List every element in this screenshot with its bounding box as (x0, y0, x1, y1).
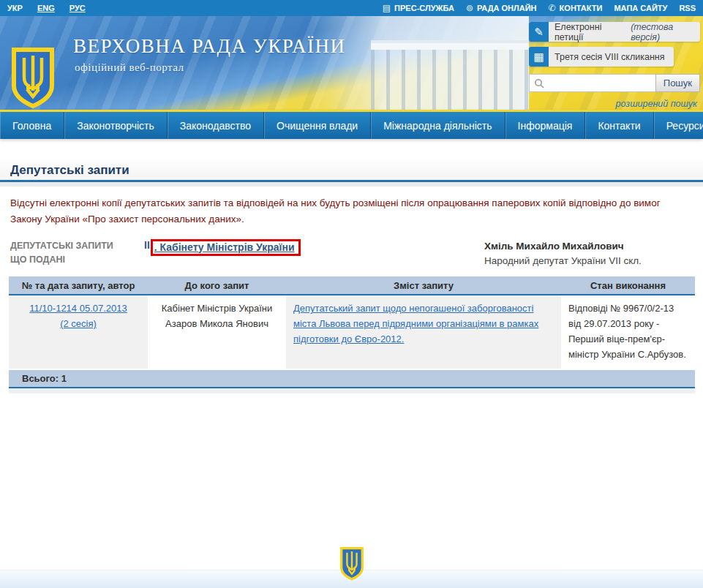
site-subtitle: офіційний веб-портал (75, 61, 184, 74)
addressee-filter-link[interactable]: . Кабінету Міністрів України (154, 241, 295, 253)
nav-lawmaking[interactable]: Законотворчість (64, 112, 167, 139)
request-content-link[interactable]: Депутатський запит щодо непогашеної забо… (293, 303, 538, 344)
requests-table: № та дата запиту, автор До кого запит Зм… (9, 276, 695, 393)
deputy-role: Народний депутат України VII скл. (484, 254, 693, 269)
calendar-icon: ▦ (529, 47, 549, 67)
addressee-filter: ІІ. Кабінету Міністрів України (144, 239, 301, 256)
table-total-row: Всього: 1 (9, 370, 695, 388)
table-row: 11/10-1214 05.07.2013 (2 сесія) Кабінет … (9, 295, 695, 368)
pencil-icon: ✎ (529, 22, 549, 42)
top-links: ▤ ПРЕС-СЛУЖБА ⊚ РАДА ОНЛАЙН ✆ КОНТАКТИ М… (383, 3, 696, 13)
site-header: ВЕРХОВНА РАДА УКРАЇНИ офіційний веб-порт… (0, 16, 703, 110)
nav-resources[interactable]: Ресурси (653, 112, 703, 139)
nav-information[interactable]: Інформація (505, 112, 585, 139)
broadcast-icon: ⊚ (466, 3, 473, 13)
nav-home[interactable]: Головна (0, 112, 64, 139)
top-bar: УКР ENG РУС ▤ ПРЕС-СЛУЖБА ⊚ РАДА ОНЛАЙН … (0, 0, 703, 16)
nav-legislation[interactable]: Законодавство (167, 112, 263, 139)
cell-addressee: Кабінет Міністрів України Азаров Микола … (148, 295, 286, 368)
col-addressee: До кого запит (148, 280, 286, 291)
coat-of-arms (10, 47, 56, 110)
nav-lustration[interactable]: Очищення влади (263, 112, 370, 139)
rada-online-link[interactable]: ⊚ РАДА ОНЛАЙН (466, 3, 537, 13)
contacts-link[interactable]: ✆ КОНТАКТИ (549, 3, 603, 13)
cell-number-date: 11/10-1214 05.07.2013 (2 сесія) (9, 295, 148, 368)
rss-link[interactable]: RSS (679, 4, 696, 12)
privacy-notice: Відсутні електронні копії депутатських з… (10, 195, 693, 228)
petitions-button[interactable]: ✎ Електронні петиції (тестова версія) (529, 22, 700, 42)
search-icon (534, 78, 544, 88)
document-icon: ▤ (383, 3, 391, 13)
parliament-building-image (309, 16, 529, 110)
col-status: Стан виконання (561, 280, 695, 291)
lang-ukr[interactable]: УКР (7, 4, 23, 12)
cell-content: Депутатський запит щодо непогашеної забо… (286, 295, 561, 368)
deputy-info: Хміль Михайло Михайлович Народний депута… (484, 239, 693, 270)
nav-international[interactable]: Міжнародна діяльність (370, 112, 504, 139)
col-number-date: № та дата запиту, автор (9, 280, 148, 291)
col-content: Зміст запиту (286, 280, 561, 291)
page-title-bar: Депутатські запити (0, 160, 703, 182)
phone-icon: ✆ (549, 3, 556, 13)
press-service-link[interactable]: ▤ ПРЕС-СЛУЖБА (383, 3, 454, 13)
header-widgets: ✎ Електронні петиції (тестова версія) ▦ … (529, 22, 700, 109)
filter-prefix: ІІ (144, 239, 150, 251)
page-title: Депутатські запити (10, 163, 129, 178)
nav-contacts[interactable]: Контакти (584, 112, 653, 139)
session-link[interactable]: (2 сесія) (60, 318, 97, 329)
footer-coat-of-arms (339, 545, 364, 586)
search-input[interactable] (548, 78, 651, 88)
language-switcher: УКР ENG РУС (7, 4, 86, 12)
table-header-row: № та дата запиту, автор До кого запит Зм… (9, 276, 695, 295)
page-footer (0, 544, 703, 588)
total-label: Всього: 1 (22, 373, 67, 384)
petitions-note: (тестова версія) (631, 22, 700, 42)
sitemap-link[interactable]: МАПА САЙТУ (614, 4, 667, 12)
advanced-search-link[interactable]: розширений пошук (529, 99, 700, 109)
annotation-highlight-box: . Кабінету Міністрів України (151, 239, 301, 256)
search-bar: Пошук (529, 74, 700, 92)
lang-rus[interactable]: РУС (69, 4, 86, 12)
main-nav: Головна Законотворчість Законодавство Оч… (0, 110, 703, 139)
cell-status: Відповіді № 9967/0/2-13 від 29.07.2013 р… (561, 295, 695, 368)
filter-section: ДЕПУТАТСЬКІ ЗАПИТИ ЩО ПОДАНІ ІІ. Кабінет… (10, 239, 693, 270)
section-label: ДЕПУТАТСЬКІ ЗАПИТИ ЩО ПОДАНІ (10, 239, 144, 268)
deputy-name: Хміль Михайло Михайлович (484, 239, 693, 255)
session-button[interactable]: ▦ Третя сесія VIII скликання (529, 47, 674, 67)
search-button[interactable]: Пошук (655, 74, 700, 92)
request-number-link[interactable]: 11/10-1214 05.07.2013 (29, 303, 127, 314)
site-title: ВЕРХОВНА РАДА УКРАЇНИ (73, 35, 345, 58)
lang-eng[interactable]: ENG (37, 4, 55, 12)
